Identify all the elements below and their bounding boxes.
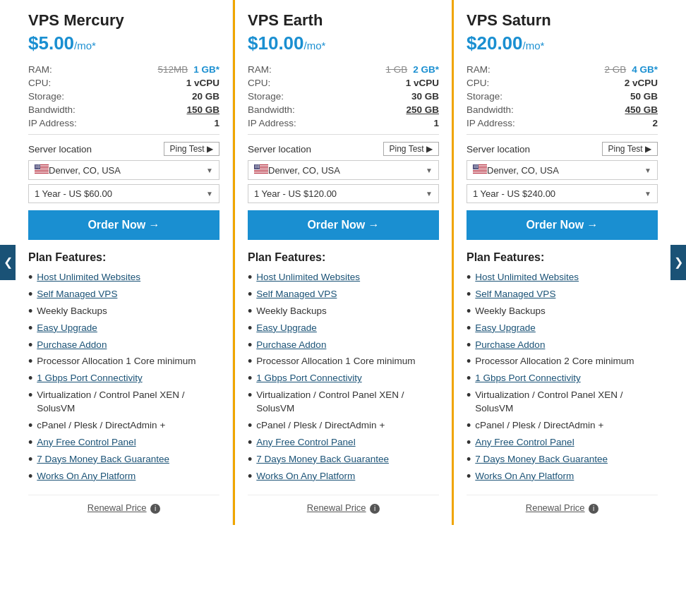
feature-link-earth-3[interactable]: Easy Upgrade [256,322,317,335]
location-select-earth[interactable]: Denver, CO, USA ▼ [248,160,439,180]
feature-item-earth-5: • Processor Allocation 1 Core minimum [248,355,439,368]
order-btn-mercury[interactable]: Order Now → [28,210,219,240]
feature-link-mercury-6[interactable]: 1 Gbps Port Connectivity [37,372,142,385]
location-text-mercury: Denver, CO, USA [49,165,121,176]
svg-point-60 [474,165,474,166]
feature-link-earth-11[interactable]: Works On Any Platform [256,470,355,483]
svg-point-36 [258,165,258,166]
feature-link-earth-0[interactable]: Host Unlimited Websites [256,271,360,284]
feature-link-mercury-9[interactable]: Any Free Control Panel [37,436,136,449]
feature-text-earth-7: Virtualization / Control Panel XEN / Sol… [256,389,439,416]
svg-point-77 [478,168,479,169]
feature-link-saturn-9[interactable]: Any Free Control Panel [475,436,574,449]
feature-item-saturn-6: • 1 Gbps Port Connectivity [467,372,658,385]
feature-link-mercury-4[interactable]: Purchase Addon [37,339,107,352]
svg-point-25 [40,168,40,169]
feature-bullet-mercury-8: • [28,419,32,432]
feature-link-mercury-1[interactable]: Self Managed VPS [37,288,117,301]
svg-point-76 [476,168,477,169]
feature-item-mercury-1: • Self Managed VPS [28,288,219,301]
feature-text-mercury-8: cPanel / Plesk / DirectAdmin + [37,419,165,433]
ping-test-btn-earth[interactable]: Ping Test ▶ [383,142,439,156]
ping-test-btn-saturn[interactable]: Ping Test ▶ [602,142,658,156]
location-arrow-mercury: ▼ [206,167,213,174]
spec-label-bandwidth-earth: Bandwidth: [248,104,295,115]
renewal-link-earth[interactable]: Renewal Price [307,502,366,513]
plan-name-saturn: VPS Saturn [467,11,658,30]
feature-link-earth-1[interactable]: Self Managed VPS [256,288,337,301]
renewal-link-saturn[interactable]: Renewal Price [526,502,585,513]
feature-link-saturn-6[interactable]: 1 Gbps Port Connectivity [475,372,580,385]
feature-bullet-mercury-10: • [28,453,32,466]
spec-ram-mercury: RAM: 512MB 1 GB* [28,64,219,75]
feature-link-earth-6[interactable]: 1 Gbps Port Connectivity [256,372,361,385]
server-location-label-saturn: Server location [467,144,530,155]
feature-item-saturn-10: • 7 Days Money Back Guarantee [467,453,658,466]
prev-arrow[interactable]: ❮ [0,245,16,280]
svg-point-42 [256,167,257,167]
spec-value-group-ram-mercury: 512MB 1 GB* [157,64,219,75]
feature-bullet-mercury-3: • [28,322,32,334]
feature-link-saturn-1[interactable]: Self Managed VPS [475,288,555,301]
billing-select-saturn[interactable]: 1 Year - US $240.00 ▼ [467,184,658,203]
feature-item-earth-4: • Purchase Addon [248,339,439,352]
order-btn-earth[interactable]: Order Now → [248,210,439,240]
feature-link-earth-9[interactable]: Any Free Control Panel [256,436,355,449]
feature-link-earth-10[interactable]: 7 Days Money Back Guarantee [256,453,389,466]
feature-text-saturn-5: Processor Allocation 2 Core minimum [475,355,634,368]
feature-link-mercury-0[interactable]: Host Unlimited Websites [37,271,140,284]
feature-link-saturn-10[interactable]: 7 Days Money Back Guarantee [475,453,608,466]
location-select-saturn[interactable]: Denver, CO, USA ▼ [467,160,658,180]
renewal-info-icon-earth[interactable]: i [370,504,380,514]
feature-link-mercury-10[interactable]: 7 Days Money Back Guarantee [37,453,169,466]
feature-link-earth-4[interactable]: Purchase Addon [256,339,326,352]
spec-divider-saturn [467,134,658,135]
feature-bullet-saturn-7: • [467,389,471,401]
feature-link-saturn-11[interactable]: Works On Any Platform [475,470,574,483]
spec-ram-old-saturn: 2 GB [604,64,626,75]
svg-point-22 [35,168,36,169]
renewal-row-saturn: Renewal Price i [467,495,658,514]
feature-bullet-earth-11: • [248,470,252,483]
feature-link-saturn-0[interactable]: Host Unlimited Websites [475,271,579,284]
location-text-saturn: Denver, CO, USA [487,165,559,176]
feature-item-mercury-5: • Processor Allocation 1 Core minimum [28,355,219,368]
svg-point-72 [476,167,476,168]
svg-point-15 [35,167,36,167]
feature-item-mercury-9: • Any Free Control Panel [28,436,219,449]
svg-point-16 [37,167,37,167]
feature-link-saturn-4[interactable]: Purchase Addon [475,339,545,352]
spec-label-cpu-mercury: CPU: [28,78,51,88]
feature-bullet-earth-9: • [248,436,252,449]
next-arrow[interactable]: ❯ [670,245,686,280]
ping-test-btn-mercury[interactable]: Ping Test ▶ [164,142,219,156]
feature-item-saturn-2: • Weekly Backups [467,305,658,318]
renewal-info-icon-saturn[interactable]: i [589,504,598,514]
feature-link-saturn-3[interactable]: Easy Upgrade [475,322,536,335]
billing-select-mercury[interactable]: 1 Year - US $60.00 ▼ [28,184,219,203]
feature-bullet-saturn-5: • [467,355,471,368]
feature-bullet-earth-1: • [248,288,252,301]
svg-point-9 [37,165,37,166]
feature-item-earth-10: • 7 Days Money Back Guarantee [248,453,439,466]
spec-ram-saturn: RAM: 2 GB 4 GB* [467,64,658,75]
feature-bullet-mercury-5: • [28,355,32,368]
server-location-row-saturn: Server location Ping Test ▶ [467,142,658,156]
svg-point-13 [37,166,38,167]
location-select-mercury[interactable]: Denver, CO, USA ▼ [28,160,219,180]
feature-item-earth-8: • cPanel / Plesk / DirectAdmin + [248,419,439,433]
svg-point-17 [38,167,39,167]
order-btn-saturn[interactable]: Order Now → [467,210,658,240]
billing-select-earth[interactable]: 1 Year - US $120.00 ▼ [248,184,439,203]
spec-ram-old-mercury: 512MB [157,64,188,75]
server-location-row-earth: Server location Ping Test ▶ [248,142,439,156]
renewal-info-icon-mercury[interactable]: i [150,504,160,514]
svg-point-14 [39,166,40,167]
feature-item-saturn-5: • Processor Allocation 2 Core minimum [467,355,658,368]
spec-value-storage-mercury: 20 GB [192,91,219,102]
feature-item-earth-0: • Host Unlimited Websites [248,271,439,284]
feature-link-mercury-3[interactable]: Easy Upgrade [37,322,97,335]
renewal-link-mercury[interactable]: Renewal Price [88,502,147,513]
svg-point-66 [477,166,478,167]
feature-link-mercury-11[interactable]: Works On Any Platform [37,470,136,483]
